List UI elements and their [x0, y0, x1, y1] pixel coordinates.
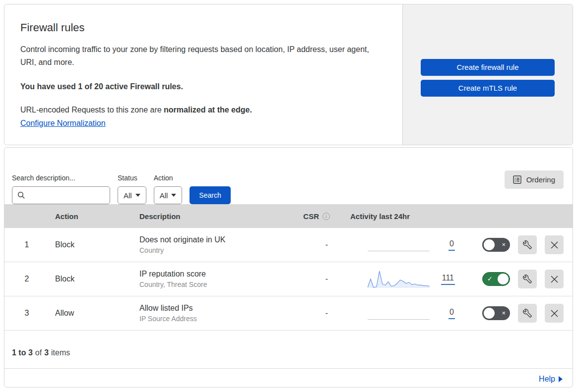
rule-enabled-toggle[interactable]: ×: [482, 238, 510, 252]
wrench-icon: [523, 275, 532, 283]
items-label: items: [51, 348, 70, 357]
page-title: Firewall rules: [20, 21, 383, 34]
normalization-bold: normalized at the edge.: [164, 106, 252, 114]
rule-description-cell: Does not originate in UK Country: [133, 235, 292, 254]
rule-description-cell: Allow listed IPs IP Source Address: [133, 304, 292, 323]
rule-description: Does not originate in UK: [139, 235, 292, 244]
rule-csr: -: [292, 240, 337, 249]
rule-action: Block: [49, 240, 133, 249]
edit-rule-button[interactable]: [518, 235, 537, 254]
toggle-knob: [498, 274, 509, 284]
search-input-box[interactable]: [12, 186, 110, 204]
table-header: Action Description CSR i Activity last 2…: [4, 204, 573, 228]
toggle-state-icon: ✓: [487, 275, 493, 283]
action-dropdown[interactable]: All: [154, 186, 183, 204]
rule-description-cell: IP reputation score Country, Threat Scor…: [133, 270, 292, 288]
search-button[interactable]: Search: [190, 186, 230, 204]
firewall-rules-summary-card: Firewall rules Control incoming traffic …: [4, 4, 573, 145]
search-icon: [17, 191, 25, 199]
table-row: 1 Block Does not originate in UK Country…: [4, 228, 573, 262]
rule-action: Allow: [49, 309, 133, 318]
page-description: Control incoming traffic to your zone by…: [20, 43, 383, 69]
close-icon: [550, 275, 559, 283]
action-value: All: [160, 191, 168, 200]
normalization-note: URL-encoded Requests to this zone are no…: [20, 106, 383, 114]
ordering-button[interactable]: Ordering: [505, 170, 564, 189]
filter-bar: Search description... Status All Action: [4, 148, 573, 204]
delete-rule-button[interactable]: [545, 270, 564, 288]
actions-panel: Create firewall rule Create mTLS rule: [402, 4, 573, 145]
rule-enabled-toggle[interactable]: ×: [482, 306, 510, 320]
column-csr: CSR i: [292, 212, 337, 221]
arrow-right-icon: [559, 376, 563, 382]
action-field: Action All: [154, 174, 183, 204]
table-row: 2 Block IP reputation score Country, Thr…: [4, 262, 573, 296]
ordering-button-label: Ordering: [526, 175, 555, 184]
status-dropdown[interactable]: All: [118, 186, 146, 204]
rule-priority: 3: [4, 309, 49, 318]
ordering-list-icon: [513, 175, 521, 184]
activity-sparkline: [368, 269, 430, 289]
status-label: Status: [118, 174, 146, 182]
toggle-knob: [484, 308, 495, 319]
firewall-rules-list-card: Search description... Status All Action: [4, 147, 573, 388]
rule-activity-cell: 0: [337, 228, 461, 262]
activity-count-link[interactable]: 0: [448, 308, 455, 319]
column-description: Description: [133, 212, 292, 221]
delete-rule-button[interactable]: [545, 304, 564, 323]
normalization-text: URL-encoded Requests to this zone are: [20, 106, 164, 114]
wrench-icon: [523, 309, 532, 318]
status-field: Status All: [118, 174, 146, 204]
summary-text-area: Firewall rules Control incoming traffic …: [4, 4, 402, 145]
rule-controls: ✓: [461, 270, 573, 288]
column-activity: Activity last 24hr: [337, 212, 461, 221]
help-link[interactable]: Help: [539, 375, 563, 384]
rule-action: Block: [49, 275, 133, 283]
rule-csr: -: [292, 275, 337, 283]
rule-description: IP reputation score: [139, 270, 292, 279]
rule-activity-cell: 111: [337, 262, 461, 296]
edit-rule-button[interactable]: [518, 270, 537, 288]
chevron-down-icon: [171, 194, 176, 197]
column-action: Action: [49, 212, 133, 221]
rule-fields: Country, Threat Score: [139, 280, 292, 288]
configure-normalization-link[interactable]: Configure Normalization: [20, 119, 106, 127]
items-range: 1 to 3: [12, 348, 33, 357]
create-mtls-rule-button[interactable]: Create mTLS rule: [421, 80, 555, 97]
close-icon: [550, 241, 559, 249]
close-icon: [550, 309, 559, 318]
rule-fields: IP Source Address: [139, 315, 292, 323]
info-icon[interactable]: i: [322, 213, 330, 220]
table-row: 3 Allow Allow listed IPs IP Source Addre…: [4, 296, 573, 331]
delete-rule-button[interactable]: [545, 235, 564, 254]
activity-count-link[interactable]: 0: [448, 239, 455, 251]
rule-description: Allow listed IPs: [139, 304, 292, 313]
wrench-icon: [523, 240, 532, 249]
search-label: Search description...: [12, 174, 110, 182]
usage-note: You have used 1 of 20 active Firewall ru…: [20, 82, 383, 91]
rule-priority: 2: [4, 275, 49, 283]
filter-controls: Search description... Status All Action: [12, 158, 231, 204]
rule-controls: ×: [461, 235, 573, 254]
status-value: All: [124, 191, 132, 200]
items-total: 3: [44, 348, 49, 357]
rule-controls: ×: [461, 304, 573, 323]
rule-enabled-toggle[interactable]: ✓: [482, 272, 510, 286]
rule-fields: Country: [139, 246, 292, 254]
column-csr-label: CSR: [303, 212, 319, 221]
search-input[interactable]: [29, 191, 105, 200]
edit-rule-button[interactable]: [518, 304, 537, 323]
chevron-down-icon: [135, 194, 140, 197]
create-firewall-rule-button[interactable]: Create firewall rule: [421, 59, 555, 76]
items-of-label: of: [35, 348, 42, 357]
rule-csr: -: [292, 309, 337, 318]
help-label: Help: [539, 375, 555, 384]
rule-priority: 1: [4, 240, 49, 249]
toggle-knob: [484, 239, 495, 250]
activity-count-link[interactable]: 111: [441, 274, 455, 285]
help-bar: Help: [4, 368, 573, 388]
rule-activity-cell: 0: [337, 296, 461, 330]
activity-sparkline-flat: [368, 235, 430, 255]
activity-sparkline-flat: [368, 303, 430, 323]
toggle-state-icon: ×: [502, 240, 506, 249]
